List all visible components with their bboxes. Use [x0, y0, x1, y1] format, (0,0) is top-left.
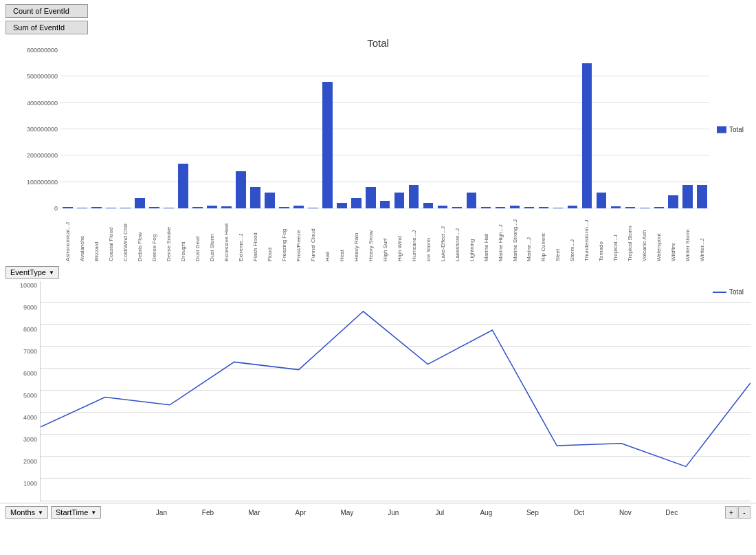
bar-item: [349, 50, 364, 208]
bar-rect: [524, 207, 535, 208]
bar-rect: [539, 207, 549, 208]
bar-item: [579, 50, 594, 208]
line-y-axis: 1000090008000700060005000400030002000100…: [5, 281, 40, 501]
x-month-label: Jul: [416, 509, 463, 516]
bar-item: [666, 50, 680, 208]
bar-item: [392, 50, 407, 208]
x-month-label: Feb: [185, 509, 231, 516]
bar-x-label: Heavy Rain: [349, 208, 364, 263]
bar-rect: [640, 208, 650, 208]
bar-rect: [192, 207, 203, 208]
bar-item: [75, 50, 89, 208]
bar-x-label: Lightning: [465, 208, 479, 263]
bar-rect: [668, 195, 678, 208]
bar-item: [565, 50, 579, 208]
bar-item: [594, 50, 608, 208]
months-dropdown[interactable]: Months: [5, 506, 48, 519]
bar-x-label: Extreme...J: [234, 208, 248, 263]
bar-x-label: Debris Flow: [133, 208, 147, 263]
bar-item: [190, 50, 205, 208]
bar-item: [378, 50, 392, 208]
bar-rect: [221, 206, 232, 208]
bar-rect: [394, 193, 405, 208]
event-type-dropdown[interactable]: EventType: [5, 266, 59, 279]
bar-rect: [682, 185, 693, 209]
bar-item: [320, 50, 335, 208]
bar-y-label: 400000000: [27, 100, 58, 107]
bar-y-label: 500000000: [27, 73, 58, 80]
bar-x-label: Thunderstorm...J: [579, 208, 594, 263]
bar-y-label: 200000000: [27, 152, 58, 159]
bar-x-label: Hail: [320, 208, 335, 263]
line-y-label: 1000: [23, 480, 37, 487]
bar-x-label: Tornado: [594, 208, 608, 263]
bar-rect: [279, 207, 289, 208]
bar-rect: [481, 207, 491, 208]
bar-x-label: Waterspout: [652, 208, 666, 263]
count-eventid-button[interactable]: Count of EventId: [5, 4, 88, 18]
bar-rect: [351, 198, 362, 208]
bar-x-label: Heat: [335, 208, 349, 263]
bar-item: [263, 50, 277, 208]
bar-rect: [293, 206, 304, 208]
bar-y-label: 600000000: [27, 47, 58, 54]
bar-rect: [582, 63, 592, 208]
bar-item: [291, 50, 306, 208]
bar-x-label: Dust Devil: [190, 208, 205, 263]
bar-x-label: Dust Storm: [205, 208, 219, 263]
bar-item: [118, 50, 133, 208]
bar-x-label: Coastal Flood: [104, 208, 118, 263]
x-month-label: Jan: [138, 509, 184, 516]
starttime-dropdown[interactable]: StartTime: [51, 506, 101, 519]
x-month-label: Aug: [463, 509, 509, 516]
bar-item: [522, 50, 537, 208]
scroll-next-button[interactable]: -: [738, 506, 751, 519]
bar-rect: [322, 82, 333, 208]
bar-item: [277, 50, 291, 208]
x-month-label: Apr: [278, 509, 324, 516]
line-y-label: 4000: [23, 414, 37, 421]
bar-item: [479, 50, 493, 208]
bar-rect: [625, 207, 636, 208]
bar-x-label: Storm...J: [565, 208, 579, 263]
bar-rect: [366, 187, 376, 208]
scroll-prev-button[interactable]: +: [725, 506, 737, 519]
top-buttons-container: Count of EventId Sum of EventId: [0, 0, 756, 37]
bar-x-label: Marine...J: [522, 208, 537, 263]
bar-x-label: Avalanche: [75, 208, 89, 263]
bar-rect: [91, 207, 102, 208]
bar-x-label: Lake-Effect...J: [436, 208, 450, 263]
x-month-label: Dec: [649, 509, 695, 516]
bar-x-label: High Surf: [378, 208, 392, 263]
bar-rect: [597, 193, 607, 208]
x-month-label: May: [324, 509, 370, 516]
bar-rect: [106, 208, 116, 208]
bar-x-label: Blizzard: [89, 208, 104, 263]
bar-item: [695, 50, 709, 208]
bar-chart-area: [60, 50, 709, 208]
bar-rect: [236, 171, 246, 208]
bar-rect: [149, 207, 159, 208]
bar-rect: [308, 208, 318, 208]
bar-x-label: Flood: [263, 208, 277, 263]
bar-item: [176, 50, 190, 208]
bars-row: [60, 50, 709, 208]
bar-legend-label: Total: [729, 126, 744, 133]
bar-rect: [178, 164, 188, 208]
bar-rect: [568, 206, 578, 208]
sum-eventid-button[interactable]: Sum of EventId: [5, 21, 88, 34]
bar-x-label: Tropical Storm: [623, 208, 637, 263]
bar-rect: [423, 203, 434, 208]
bar-rect: [409, 185, 419, 209]
line-chart-section: 1000090008000700060005000400030002000100…: [0, 281, 756, 501]
x-month-label: Mar: [231, 509, 277, 516]
bar-x-label: Sleet: [551, 208, 565, 263]
bar-x-label: Marine High...J: [493, 208, 508, 263]
bar-rect: [380, 201, 390, 209]
bar-x-label: High Wind: [392, 208, 407, 263]
bar-rect: [120, 208, 131, 208]
bar-rect: [553, 208, 564, 208]
bar-item: [508, 50, 522, 208]
bar-x-label: Volcanic Ash: [637, 208, 652, 263]
bar-chart-legend: Total: [717, 126, 744, 133]
